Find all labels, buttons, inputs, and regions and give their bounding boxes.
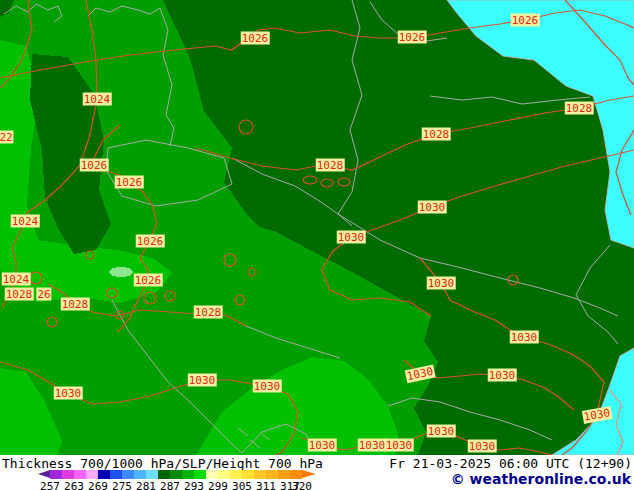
isobar-label: 1030 bbox=[488, 369, 517, 382]
isobar-label: 1026 bbox=[136, 235, 165, 248]
colorbar-tick: 275 bbox=[112, 480, 132, 490]
colorbar-segment bbox=[146, 470, 158, 479]
colorbar-segment bbox=[290, 470, 302, 479]
isobar-label: 1030 bbox=[582, 406, 612, 424]
colorbar-segment bbox=[110, 470, 122, 479]
colorbar-tick: 269 bbox=[88, 480, 108, 490]
isobar-label: 1028 bbox=[316, 159, 345, 172]
colorbar-segment bbox=[134, 470, 146, 479]
colorbar-tick: 293 bbox=[184, 480, 204, 490]
colorbar-segment bbox=[158, 470, 170, 479]
colorbar-segment bbox=[86, 470, 98, 479]
isobar-label: 1028 bbox=[565, 102, 594, 115]
colorbar-tick: 263 bbox=[64, 480, 84, 490]
colorbar-tick: 257 bbox=[40, 480, 60, 490]
colorbar-segment bbox=[230, 470, 242, 479]
colorbar-segment bbox=[50, 470, 62, 479]
colorbar-segment bbox=[254, 470, 266, 479]
isobar-label: 1026 bbox=[80, 159, 109, 172]
colorbar-tick: 281 bbox=[136, 480, 156, 490]
isobar-label: 1026 bbox=[241, 32, 270, 45]
isobar-label: 1030 bbox=[337, 231, 366, 244]
isobar-label: 1028 bbox=[422, 128, 451, 141]
isobar-label: 1026 bbox=[115, 176, 144, 189]
isobar-label: 1030 bbox=[253, 380, 282, 393]
colorbar-segment bbox=[218, 470, 230, 479]
isobar-label: 1026 bbox=[134, 274, 163, 287]
colorbar-segment bbox=[182, 470, 194, 479]
colorbar-segment bbox=[194, 470, 206, 479]
isobar-label: 1030 bbox=[358, 439, 387, 452]
isobar-label: 1028 bbox=[194, 306, 223, 319]
colorbar-segment bbox=[74, 470, 86, 479]
copyright-label: © weatheronline.co.uk bbox=[451, 471, 631, 487]
isobar-label: 22 bbox=[0, 131, 14, 144]
isobar-label: 1030 bbox=[54, 387, 83, 400]
isobar-label: 26 bbox=[36, 288, 51, 301]
colorbar-tick: 299 bbox=[208, 480, 228, 490]
thickness-colorbar bbox=[38, 470, 316, 479]
valid-time-label: Fr 21-03-2025 06:00 UTC (12+90) bbox=[389, 456, 632, 471]
isobar-label: 1030 bbox=[405, 365, 436, 384]
isobar-label: 1030 bbox=[427, 425, 456, 438]
colorbar-segment bbox=[206, 470, 218, 479]
isobar-label: 1030 bbox=[188, 374, 217, 387]
isobar-labels-layer: 1026102610261024102810281026102622102410… bbox=[0, 0, 634, 455]
colorbar-segment bbox=[266, 470, 278, 479]
colorbar-tick: 305 bbox=[232, 480, 252, 490]
isobar-label: 1030 bbox=[468, 440, 497, 453]
isobar-label: 1026 bbox=[511, 14, 540, 27]
map-area: 1026102610261024102810281026102622102410… bbox=[0, 0, 634, 455]
colorbar-right-arrow bbox=[302, 470, 316, 478]
colorbar-segment bbox=[62, 470, 74, 479]
isobar-label: 1030 bbox=[308, 439, 337, 452]
colorbar-segment bbox=[278, 470, 290, 479]
isobar-label: 1030 bbox=[418, 201, 447, 214]
colorbar-tick: 320 bbox=[292, 480, 312, 490]
isobar-label: 1024 bbox=[2, 273, 31, 286]
colorbar-tick: 287 bbox=[160, 480, 180, 490]
isobar-label: 1028 bbox=[5, 288, 34, 301]
weather-map-screen: 1026102610261024102810281026102622102410… bbox=[0, 0, 634, 490]
isobar-label: 1030 bbox=[385, 439, 414, 452]
colorbar-left-arrow bbox=[38, 470, 50, 478]
colorbar-segment bbox=[170, 470, 182, 479]
isobar-label: 1024 bbox=[11, 215, 40, 228]
colorbar-segment bbox=[98, 470, 110, 479]
isobar-label: 1030 bbox=[427, 277, 456, 290]
isobar-label: 1026 bbox=[398, 31, 427, 44]
colorbar-tick: 311 bbox=[256, 480, 276, 490]
colorbar-segment bbox=[242, 470, 254, 479]
footer-bar: Thickness 700/1000 hPa/SLP/Height 700 hP… bbox=[0, 455, 634, 490]
colorbar-segment bbox=[122, 470, 134, 479]
isobar-label: 1030 bbox=[510, 331, 539, 344]
isobar-label: 1028 bbox=[61, 298, 90, 311]
isobar-label: 1024 bbox=[83, 93, 112, 106]
map-title: Thickness 700/1000 hPa/SLP/Height 700 hP… bbox=[2, 456, 323, 471]
